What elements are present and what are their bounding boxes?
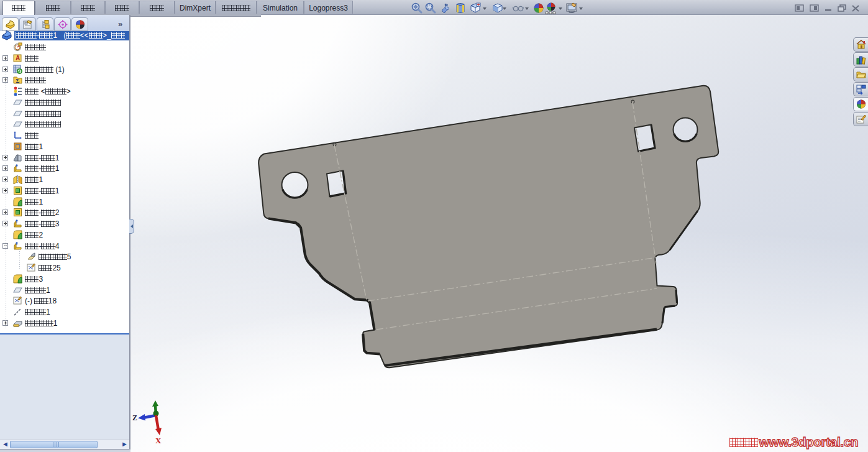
svg-text:Z: Z: [132, 413, 137, 422]
svg-text:A: A: [16, 55, 20, 62]
svg-text:Σ: Σ: [16, 78, 20, 84]
svg-text:X: X: [155, 436, 162, 445]
